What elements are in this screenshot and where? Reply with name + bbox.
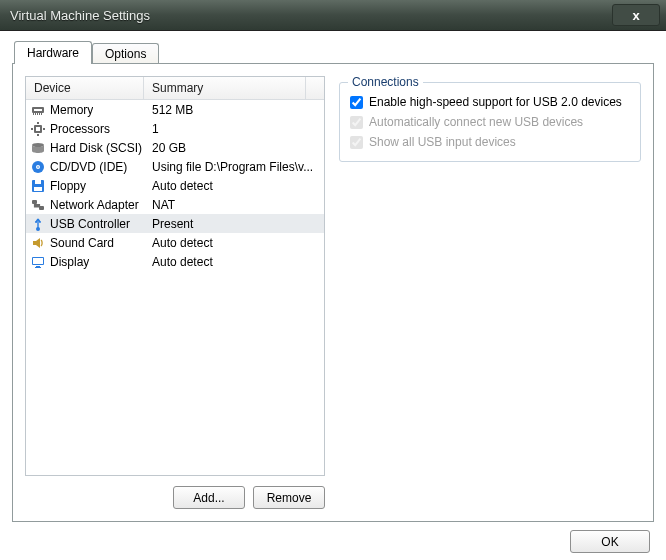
network-icon [30, 197, 46, 213]
summary-cell: Auto detect [144, 236, 324, 250]
table-row[interactable]: Network AdapterNAT [26, 195, 324, 214]
table-row[interactable]: FloppyAuto detect [26, 176, 324, 195]
table-row[interactable]: Sound CardAuto detect [26, 233, 324, 252]
checkbox-row-showall: Show all USB input devices [350, 133, 630, 151]
device-label: Sound Card [50, 236, 114, 250]
device-cell: CD/DVD (IDE) [26, 159, 144, 175]
svg-rect-10 [37, 134, 39, 136]
vm-settings-window: Virtual Machine Settings x Hardware Opti… [0, 0, 666, 560]
table-row[interactable]: Hard Disk (SCSI)20 GB [26, 138, 324, 157]
device-table: Device Summary Memory512 MBProcessors1Ha… [25, 76, 325, 476]
svg-rect-20 [32, 200, 37, 204]
summary-cell: 512 MB [144, 103, 324, 117]
svg-rect-1 [34, 109, 42, 111]
tab-body: Device Summary Memory512 MBProcessors1Ha… [25, 76, 641, 509]
tab-hardware[interactable]: Hardware [14, 41, 92, 64]
cpu-icon [30, 121, 46, 137]
device-label: Processors [50, 122, 110, 136]
device-cell: Hard Disk (SCSI) [26, 140, 144, 156]
svg-rect-3 [35, 113, 36, 115]
ok-button-label: OK [601, 535, 618, 549]
device-cell: Memory [26, 102, 144, 118]
svg-rect-25 [39, 221, 41, 223]
column-header-summary-label: Summary [152, 81, 203, 95]
checkbox-highspeed[interactable] [350, 96, 363, 109]
column-header-device-label: Device [34, 81, 71, 95]
checkbox-row-autoconn: Automatically connect new USB devices [350, 113, 630, 131]
add-button[interactable]: Add... [173, 486, 245, 509]
ok-button[interactable]: OK [570, 530, 650, 553]
svg-rect-12 [43, 128, 45, 130]
device-label: CD/DVD (IDE) [50, 160, 127, 174]
table-row[interactable]: DisplayAuto detect [26, 252, 324, 271]
svg-rect-11 [31, 128, 33, 130]
table-row[interactable]: Memory512 MB [26, 100, 324, 119]
tab-strip: Hardware Options [12, 41, 654, 63]
device-buttons: Add... Remove [25, 486, 325, 509]
device-label: Network Adapter [50, 198, 139, 212]
tab-page-hardware: Device Summary Memory512 MBProcessors1Ha… [12, 63, 654, 522]
device-label: Memory [50, 103, 93, 117]
close-icon: x [632, 8, 639, 23]
device-cell: Sound Card [26, 235, 144, 251]
connections-panel: Connections Enable high-speed support fo… [339, 76, 641, 509]
svg-point-13 [32, 143, 44, 147]
remove-button-label: Remove [267, 491, 312, 505]
svg-point-24 [35, 221, 37, 223]
table-row[interactable]: Processors1 [26, 119, 324, 138]
column-header-spacer [306, 77, 324, 99]
checkbox-label: Automatically connect new USB devices [369, 115, 583, 129]
sound-icon [30, 235, 46, 251]
device-cell: Network Adapter [26, 197, 144, 213]
device-cell: Processors [26, 121, 144, 137]
svg-rect-4 [37, 113, 38, 115]
svg-rect-29 [35, 267, 41, 268]
device-table-header: Device Summary [26, 77, 324, 100]
table-row[interactable]: CD/DVD (IDE)Using file D:\Program Files\… [26, 157, 324, 176]
device-label: Display [50, 255, 89, 269]
device-cell: Floppy [26, 178, 144, 194]
floppy-icon [30, 178, 46, 194]
summary-cell: Auto detect [144, 179, 324, 193]
memory-icon [30, 102, 46, 118]
checkbox-row-highspeed[interactable]: Enable high-speed support for USB 2.0 de… [350, 93, 630, 111]
svg-rect-28 [36, 266, 40, 267]
disk-icon [30, 140, 46, 156]
tab-options-label: Options [105, 47, 146, 61]
usb-icon [30, 216, 46, 232]
disc-icon [30, 159, 46, 175]
titlebar: Virtual Machine Settings x [0, 0, 666, 31]
summary-cell: 20 GB [144, 141, 324, 155]
device-label: Hard Disk (SCSI) [50, 141, 142, 155]
checkbox-label: Show all USB input devices [369, 135, 516, 149]
svg-rect-18 [35, 180, 41, 184]
device-table-body: Memory512 MBProcessors1Hard Disk (SCSI)2… [26, 100, 324, 475]
summary-cell: NAT [144, 198, 324, 212]
svg-rect-9 [37, 122, 39, 124]
connections-groupbox: Connections Enable high-speed support fo… [339, 82, 641, 162]
summary-cell: Auto detect [144, 255, 324, 269]
svg-rect-6 [41, 113, 42, 115]
column-header-summary[interactable]: Summary [144, 77, 306, 99]
summary-cell: Present [144, 217, 324, 231]
client-area: Hardware Options Device Summary [0, 31, 666, 560]
svg-rect-8 [36, 127, 40, 131]
svg-rect-27 [33, 258, 43, 264]
table-row[interactable]: USB ControllerPresent [26, 214, 324, 233]
tab-options[interactable]: Options [92, 43, 159, 64]
close-button[interactable]: x [612, 4, 660, 26]
svg-rect-2 [33, 113, 34, 115]
column-header-device[interactable]: Device [26, 77, 144, 99]
display-icon [30, 254, 46, 270]
dialog-buttons: OK [12, 522, 654, 553]
remove-button[interactable]: Remove [253, 486, 325, 509]
svg-rect-19 [34, 187, 42, 191]
device-panel: Device Summary Memory512 MBProcessors1Ha… [25, 76, 325, 509]
device-label: USB Controller [50, 217, 130, 231]
summary-cell: Using file D:\Program Files\v... [144, 160, 324, 174]
svg-rect-5 [39, 113, 40, 115]
device-label: Floppy [50, 179, 86, 193]
checkbox-autoconn [350, 116, 363, 129]
device-cell: USB Controller [26, 216, 144, 232]
tab-hardware-label: Hardware [27, 46, 79, 60]
